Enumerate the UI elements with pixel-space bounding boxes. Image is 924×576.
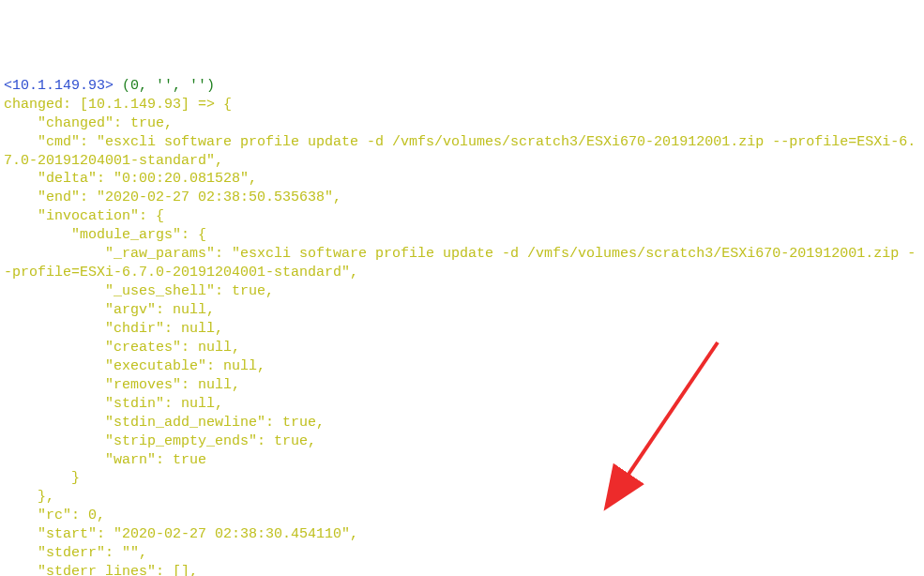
output-line: "stdin_add_newline": true,: [4, 415, 325, 431]
output-line: "creates": null,: [4, 340, 240, 356]
output-line: "chdir": null,: [4, 321, 223, 337]
output-line: "end": "2020-02-27 02:38:50.535638",: [4, 189, 341, 205]
output-line: "strip_empty_ends": true,: [4, 433, 316, 449]
host-ip: <10.1.149.93>: [4, 78, 114, 94]
output-line: "removes": null,: [4, 377, 240, 393]
terminal-output: <10.1.149.93> (0, '', '') changed: [10.1…: [4, 77, 920, 576]
output-line: "argv": null,: [4, 302, 215, 318]
output-line: "start": "2020-02-27 02:38:30.454110",: [4, 526, 358, 542]
output-line: "changed": true,: [4, 115, 173, 131]
output-line: "module_args": {: [4, 227, 206, 243]
output-line: },: [4, 489, 54, 505]
result-tuple: (0, '', ''): [114, 78, 215, 94]
output-line: "stdin": null,: [4, 396, 223, 412]
output-line: changed: [10.1.149.93] => {: [4, 97, 232, 113]
output-line: "stderr_lines": [],: [4, 564, 198, 576]
output-line: "_uses_shell": true,: [4, 283, 274, 299]
output-line: "stderr": "",: [4, 545, 147, 561]
output-line: "cmd": "esxcli software profile update -…: [4, 134, 916, 169]
output-line: "rc": 0,: [4, 508, 105, 523]
output-line: "executable": null,: [4, 358, 265, 374]
output-line: "invocation": {: [4, 208, 164, 224]
output-line: "delta": "0:00:20.081528",: [4, 171, 257, 187]
output-line: }: [4, 470, 80, 486]
output-line: "_raw_params": "esxcli software profile …: [4, 246, 916, 280]
output-line: "warn": true: [4, 452, 206, 468]
